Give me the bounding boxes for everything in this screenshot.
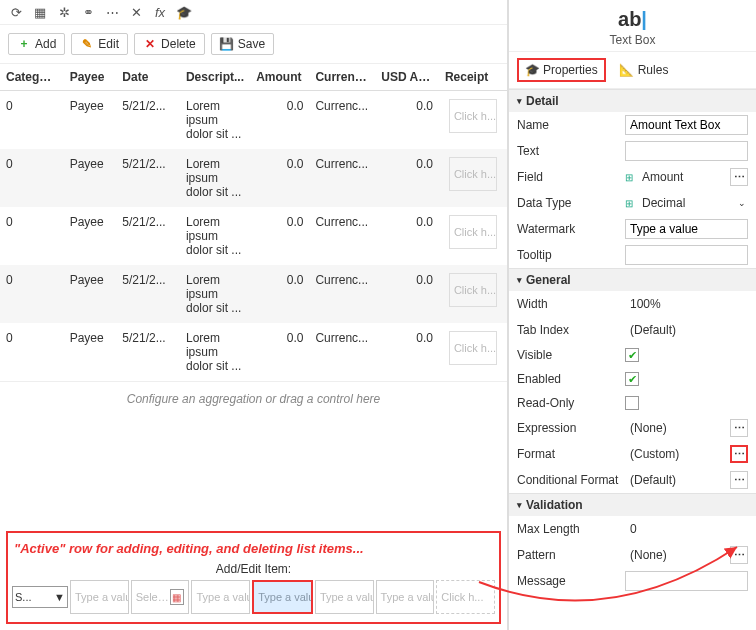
column-header[interactable]: Descript... xyxy=(180,64,250,91)
lectern-icon[interactable]: 🎓 xyxy=(176,4,192,20)
table-row[interactable]: 0Payee5/21/2...Lorem ipsum dolor sit ...… xyxy=(0,207,507,265)
table-row[interactable]: 0Payee5/21/2...Lorem ipsum dolor sit ...… xyxy=(0,91,507,150)
tabindex-value[interactable]: (Default) xyxy=(625,320,748,340)
aggregation-hint[interactable]: Configure an aggregation or drag a contr… xyxy=(0,382,507,417)
format-picker[interactable]: ⋯ xyxy=(730,445,748,463)
save-button[interactable]: 💾Save xyxy=(211,33,274,55)
pattern-value[interactable]: (None) xyxy=(625,545,726,565)
control-type-icon: ab| xyxy=(509,8,756,31)
receipt-placeholder[interactable]: Click h... xyxy=(449,273,497,307)
column-header[interactable]: Currenc... xyxy=(309,64,375,91)
disk-icon: 💾 xyxy=(220,37,234,51)
chevron-down-icon[interactable]: ⌄ xyxy=(736,198,748,208)
add-button[interactable]: +Add xyxy=(8,33,65,55)
field-icon: ⊞ xyxy=(625,172,633,183)
lectern-icon: 🎓 xyxy=(525,63,539,77)
active-row-title: "Active" row for adding, editing, and de… xyxy=(12,539,495,562)
layout-icon[interactable]: ▦ xyxy=(32,4,48,20)
calendar-icon[interactable]: ▦ xyxy=(170,589,185,605)
tooltip-field[interactable] xyxy=(625,245,748,265)
x-icon: ✕ xyxy=(143,37,157,51)
watermark-field[interactable] xyxy=(625,219,748,239)
receipt-placeholder[interactable]: Click h... xyxy=(449,215,497,249)
column-header[interactable]: Receipt xyxy=(439,64,507,91)
expression-value[interactable]: (None) xyxy=(625,418,726,438)
properties-tab[interactable]: 🎓Properties xyxy=(517,58,606,82)
control-type-label: Text Box xyxy=(509,31,756,47)
data-grid: CategoryPayeeDateDescript...AmountCurren… xyxy=(0,64,507,416)
format-value[interactable]: (Custom) xyxy=(625,444,726,464)
plus-icon: + xyxy=(17,37,31,51)
usd-input[interactable]: Type a value xyxy=(376,580,435,614)
section-detail[interactable]: ▾Detail xyxy=(509,89,756,112)
expression-picker[interactable]: ⋯ xyxy=(730,419,748,437)
width-value[interactable]: 100% xyxy=(625,294,748,314)
column-header[interactable]: Date xyxy=(116,64,180,91)
receipt-placeholder[interactable]: Click h... xyxy=(449,99,497,133)
message-field[interactable] xyxy=(625,571,748,591)
amount-input[interactable]: Type a value xyxy=(252,580,313,614)
datatype-icon: ⊞ xyxy=(625,198,633,209)
active-row-subtitle: Add/Edit Item: xyxy=(12,562,495,580)
edit-button[interactable]: ✎Edit xyxy=(71,33,128,55)
text-field[interactable] xyxy=(625,141,748,161)
delete-button[interactable]: ✕Delete xyxy=(134,33,205,55)
table-row[interactable]: 0Payee5/21/2...Lorem ipsum dolor sit ...… xyxy=(0,149,507,207)
dots-icon[interactable]: ⋯ xyxy=(104,4,120,20)
refresh-icon[interactable]: ⟳ xyxy=(8,4,24,20)
column-header[interactable]: Category xyxy=(0,64,64,91)
pattern-picker[interactable]: ⋯ xyxy=(730,546,748,564)
receipt-placeholder[interactable]: Click h... xyxy=(449,157,497,191)
date-input[interactable]: Selec...▦ xyxy=(131,580,190,614)
section-general[interactable]: ▾General xyxy=(509,268,756,291)
rules-tab[interactable]: 📐Rules xyxy=(614,60,675,80)
receipt-input[interactable]: Click h... xyxy=(436,580,495,614)
readonly-checkbox[interactable] xyxy=(625,396,639,410)
table-row[interactable]: 0Payee5/21/2...Lorem ipsum dolor sit ...… xyxy=(0,323,507,382)
column-header[interactable]: Payee xyxy=(64,64,117,91)
link-icon[interactable]: ⚭ xyxy=(80,4,96,20)
column-header[interactable]: USD Am... xyxy=(375,64,439,91)
receipt-placeholder[interactable]: Click h... xyxy=(449,331,497,365)
section-validation[interactable]: ▾Validation xyxy=(509,493,756,516)
pencil-icon: ✎ xyxy=(80,37,94,51)
datatype-value[interactable]: Decimal xyxy=(637,193,732,213)
condformat-picker[interactable]: ⋯ xyxy=(730,471,748,489)
maxlength-value[interactable]: 0 xyxy=(625,519,748,539)
fx-icon[interactable]: fx xyxy=(152,4,168,20)
table-row[interactable]: 0Payee5/21/2...Lorem ipsum dolor sit ...… xyxy=(0,265,507,323)
column-header[interactable]: Amount xyxy=(250,64,309,91)
name-field[interactable] xyxy=(625,115,748,135)
active-row-container: "Active" row for adding, editing, and de… xyxy=(6,531,501,624)
payee-input[interactable]: Type a value xyxy=(70,580,129,614)
field-value[interactable]: Amount xyxy=(637,167,726,187)
currency-input[interactable]: Type a value xyxy=(315,580,374,614)
desc-input[interactable]: Type a value xyxy=(191,580,250,614)
settings-icon[interactable]: ✲ xyxy=(56,4,72,20)
enabled-checkbox[interactable]: ✔ xyxy=(625,372,639,386)
field-picker[interactable]: ⋯ xyxy=(730,168,748,186)
visible-checkbox[interactable]: ✔ xyxy=(625,348,639,362)
pin-icon[interactable]: ✕ xyxy=(128,4,144,20)
ruler-icon: 📐 xyxy=(620,63,634,77)
condformat-value[interactable]: (Default) xyxy=(625,470,726,490)
category-dropdown[interactable]: S...▼ xyxy=(12,586,68,608)
